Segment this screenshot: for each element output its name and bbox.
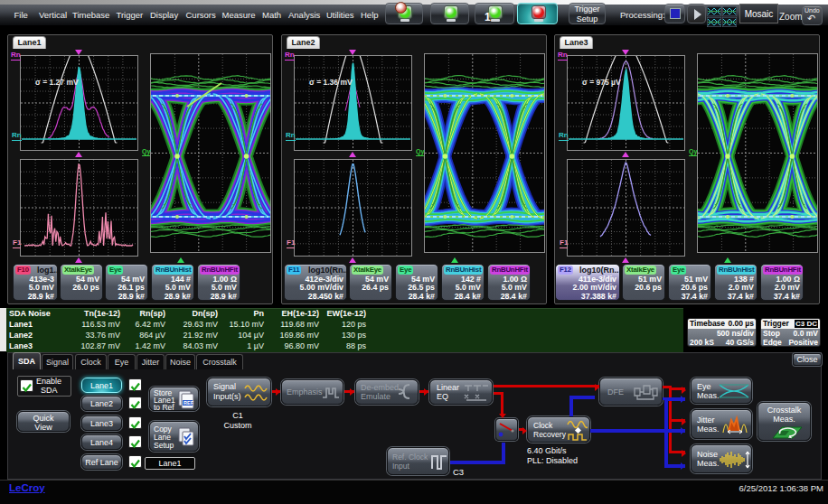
svg-text:REF: REF — [183, 400, 194, 406]
